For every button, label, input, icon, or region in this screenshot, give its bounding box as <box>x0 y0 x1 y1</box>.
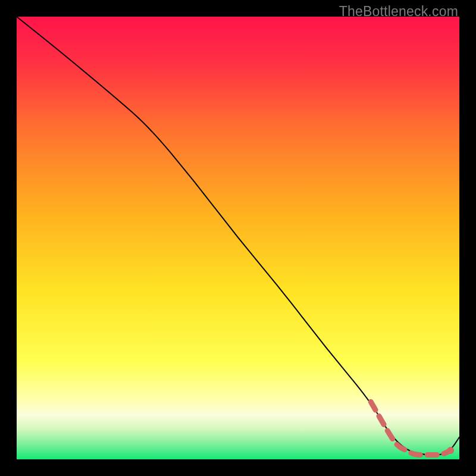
overlay-end-dot <box>447 447 454 454</box>
chart-plot <box>0 0 476 476</box>
chart-frame: TheBottleneck.com <box>0 0 476 476</box>
